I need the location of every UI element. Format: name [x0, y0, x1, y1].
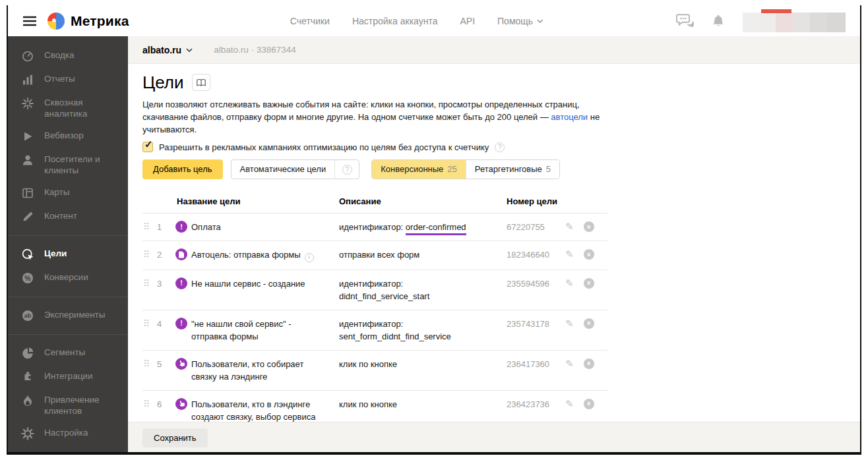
autogoals-link[interactable]: автоцели: [551, 112, 588, 122]
delete-icon[interactable]: ×: [584, 249, 594, 260]
goal-id: 67220755: [507, 221, 565, 233]
drag-handle-icon[interactable]: ⠿: [142, 398, 157, 410]
drag-handle-icon[interactable]: ⠿: [142, 318, 157, 330]
notifications-bell-icon[interactable]: [711, 14, 726, 28]
help-icon[interactable]: ?: [495, 142, 505, 152]
user-account-redacted[interactable]: [743, 9, 846, 33]
goal-id: 235594596: [507, 277, 565, 290]
tab-konversionnye[interactable]: Конверсионные 25: [372, 160, 466, 179]
goal-icon: [21, 248, 34, 261]
sidebar-item-tseli[interactable]: Цели: [8, 243, 128, 266]
row-number: 3: [157, 277, 171, 290]
drag-handle-icon[interactable]: ⠿: [142, 358, 157, 370]
app-window: Метрика Счетчики Настройка аккаунта API …: [7, 5, 861, 455]
play-icon: [21, 130, 34, 143]
row-number: 6: [157, 398, 171, 411]
sidebar-item-privlechenie-klientov[interactable]: Привлечение клиентов: [8, 389, 128, 422]
sidebar-item-vebvizor[interactable]: Вебвизор: [8, 125, 128, 148]
sidebar-item-skvoznaya-analitika[interactable]: Сквозная аналитика: [8, 92, 128, 125]
edit-pencil-icon[interactable]: ✎: [565, 221, 574, 233]
goals-table: Название цели Описание Номер цели ⠿ 1 ! …: [142, 191, 607, 422]
sidebar-item-karty[interactable]: Карты: [8, 181, 128, 205]
table-row: ⠿ 2 Автоцель: отправка формыi отправки в…: [142, 241, 607, 270]
form-goal-icon: [175, 248, 187, 260]
optimization-checkbox[interactable]: ✓: [142, 142, 153, 152]
auto-goals-help-icon[interactable]: ?: [335, 160, 359, 179]
exclamation-goal-icon: !: [175, 318, 187, 330]
row-number: 5: [157, 358, 171, 370]
nav-item-api[interactable]: API: [460, 16, 475, 26]
delete-icon[interactable]: ×: [584, 221, 594, 232]
bar-chart-icon: [21, 73, 34, 86]
sidebar-item-kontent[interactable]: Контент: [8, 205, 128, 229]
person-icon: [21, 154, 34, 167]
table-row: ⠿ 1 ! Оплата идентификатор: order-confir…: [142, 214, 607, 241]
click-goal-icon: [175, 398, 187, 410]
nav-item-nastroyka-akkaunta[interactable]: Настройка аккаунта: [352, 16, 438, 26]
table-row: ⠿ 4 ! "не нашли свой сервис" - отправка …: [142, 310, 607, 351]
drag-handle-icon[interactable]: ⠿: [142, 248, 157, 260]
click-goal-icon: [175, 358, 187, 370]
goal-id: 236417360: [507, 358, 565, 370]
sidebar-groups: Сводка Отчеты Сквозная аналитика Вебвизо…: [8, 44, 128, 446]
sidebar-divider: [8, 235, 128, 236]
edit-pencil-icon[interactable]: ✎: [565, 358, 574, 370]
column-header-description: Описание: [339, 196, 507, 206]
pencil-icon: [21, 210, 34, 223]
sidebar-divider: [8, 334, 128, 335]
drag-handle-icon[interactable]: ⠿: [142, 221, 157, 233]
page-title: Цели: [142, 72, 184, 93]
feedback-chat-icon[interactable]: [676, 13, 694, 28]
edit-pencil-icon[interactable]: ✎: [565, 248, 574, 260]
sidebar-item-posetiteli-i-klienty[interactable]: Посетители и клиенты: [8, 148, 128, 181]
row-number: 4: [157, 318, 171, 330]
sidebar-item-konversii[interactable]: % Конверсии: [8, 266, 128, 290]
goal-id: 235743178: [507, 318, 565, 330]
metrica-logo-icon[interactable]: [47, 13, 65, 30]
auto-goals-button[interactable]: Автоматические цели ?: [231, 159, 360, 179]
svg-text:ab: ab: [24, 312, 32, 319]
goal-id: 182346640: [507, 248, 565, 261]
chevron-down-icon: [537, 19, 543, 23]
delete-icon[interactable]: ×: [584, 278, 594, 289]
sidebar-item-segmenty[interactable]: Сегменты: [8, 341, 128, 365]
edit-pencil-icon[interactable]: ✎: [565, 277, 574, 289]
puzzle-icon: [21, 370, 34, 384]
chevron-down-icon: [186, 48, 193, 52]
svg-text:%: %: [24, 274, 31, 282]
sidebar-item-integratsii[interactable]: Интеграции: [8, 365, 128, 389]
sidebar-item-nastroyka[interactable]: Настройка: [8, 422, 128, 446]
counter-selector[interactable]: albato.ru: [142, 45, 193, 55]
sidebar-divider: [8, 297, 128, 297]
ab-icon: ab: [21, 309, 34, 322]
sidebar-item-eksperimenty[interactable]: ab Эксперименты: [8, 304, 128, 328]
edit-pencil-icon[interactable]: ✎: [565, 398, 574, 410]
row-number: 2: [157, 248, 171, 261]
nav-item-schetchiki[interactable]: Счетчики: [290, 16, 330, 26]
edit-pencil-icon[interactable]: ✎: [565, 318, 574, 330]
table-row: ⠿ 5 Пользователи, кто собирает связку на…: [142, 351, 607, 391]
sidebar-item-otchety[interactable]: Отчеты: [8, 68, 128, 92]
table-row: ⠿ 3 ! Не нашли сервис - создание идентиф…: [142, 270, 607, 310]
add-goal-button[interactable]: Добавить цель: [142, 159, 223, 179]
delete-icon[interactable]: ×: [584, 359, 594, 369]
sidebar-collapse-button[interactable]: ‹ Свернуть: [8, 446, 128, 455]
sidebar-item-svodka[interactable]: Сводка: [8, 44, 128, 68]
hamburger-menu-icon[interactable]: [22, 16, 37, 26]
row-number: 1: [157, 221, 171, 233]
save-bar: Сохранить: [128, 422, 860, 452]
brand-title[interactable]: Метрика: [71, 13, 129, 29]
tab-retargetingovye[interactable]: Ретаргетинговые 5: [466, 160, 559, 179]
nav-item-pomosch[interactable]: Помощь: [497, 16, 543, 26]
info-icon[interactable]: i: [305, 253, 314, 262]
goal-id: 236423736: [507, 398, 565, 411]
delete-icon[interactable]: ×: [584, 318, 594, 329]
table-row: ⠿ 6 Пользователи, кто в лэндинге создают…: [142, 391, 607, 422]
percent-icon: %: [21, 272, 34, 285]
layout-icon: [21, 187, 34, 200]
documentation-book-icon[interactable]: [192, 74, 210, 91]
gear-icon: [21, 427, 34, 440]
delete-icon[interactable]: ×: [584, 399, 594, 409]
save-button[interactable]: Сохранить: [142, 428, 208, 447]
drag-handle-icon[interactable]: ⠿: [142, 277, 157, 289]
